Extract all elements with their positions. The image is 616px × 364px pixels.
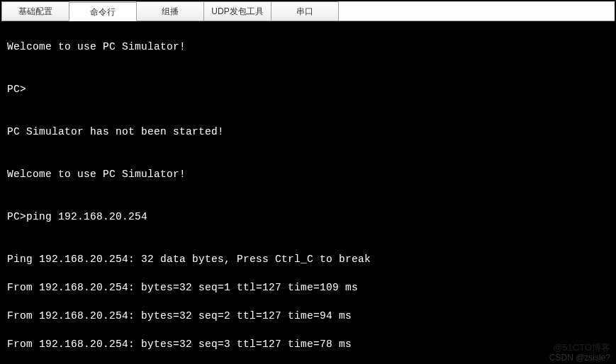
terminal-line: Welcome to use PC Simulator! [7,167,609,181]
tab-bar: 基础配置 命令行 组播 UDP发包工具 串口 [1,1,615,21]
terminal-line: PC>ping 192.168.20.254 [7,210,609,224]
terminal-line: From 192.168.20.254: bytes=32 seq=3 ttl=… [7,337,609,351]
tab-udp-tool[interactable]: UDP发包工具 [203,1,271,21]
terminal-line: From 192.168.20.254: bytes=32 seq=1 ttl=… [7,280,609,295]
terminal-line: PC> [7,82,609,96]
tab-command-line[interactable]: 命令行 [69,2,137,21]
tab-multicast[interactable]: 组播 [136,1,204,21]
terminal-line: Welcome to use PC Simulator! [7,40,609,54]
tab-basic-config[interactable]: 基础配置 [1,1,69,21]
terminal-output[interactable]: Welcome to use PC Simulator! PC> PC Simu… [1,21,615,363]
terminal-line: From 192.168.20.254: bytes=32 seq=2 ttl=… [7,309,609,323]
tab-serial[interactable]: 串口 [271,1,339,21]
terminal-line: Ping 192.168.20.254: 32 data bytes, Pres… [7,252,609,266]
terminal-line: PC Simulator has not been started! [7,125,609,139]
